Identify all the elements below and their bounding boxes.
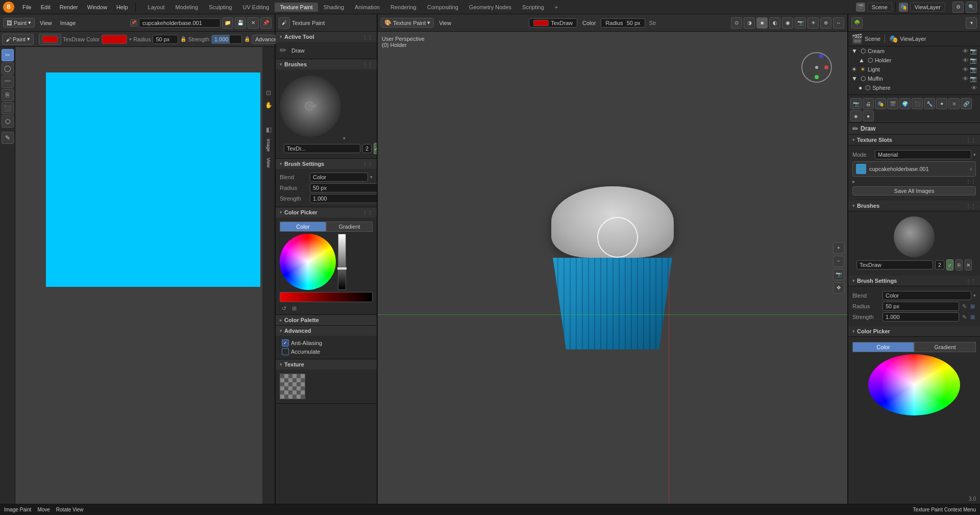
rp-brush-copy-icon[interactable]: ⎘ <box>955 259 963 271</box>
menu-window[interactable]: Window <box>83 3 111 11</box>
brush-check-icon[interactable]: ✓ <box>374 143 378 154</box>
material-props-icon[interactable]: ● <box>863 110 874 121</box>
viewport-color-label[interactable]: Color <box>579 19 599 27</box>
rp-color-tab-color[interactable]: Color <box>852 342 914 352</box>
accumulate-check[interactable] <box>282 348 289 355</box>
filename-field[interactable] <box>139 18 220 28</box>
cream-render-icon[interactable]: 📷 <box>970 48 977 55</box>
radius-input[interactable] <box>153 35 178 44</box>
scroll-arrow[interactable]: ▾ <box>343 136 373 141</box>
viewport-radius-field[interactable]: Radius 50 px <box>601 18 645 28</box>
sphere-eye-icon[interactable]: 👁 <box>971 85 977 91</box>
filter-icon[interactable]: ▾ <box>966 17 977 29</box>
render-props-icon[interactable]: 📷 <box>850 98 862 109</box>
grab-btn[interactable]: ✥ <box>833 282 844 293</box>
radius-field-input[interactable] <box>310 183 378 192</box>
data-props-icon[interactable]: ◈ <box>850 110 862 121</box>
tab-compositing[interactable]: Compositing <box>422 3 463 12</box>
viewport-view-menu[interactable]: View <box>436 19 454 27</box>
viewport-canvas[interactable]: User Perspective (0) Holder <box>378 32 847 504</box>
light-eye-icon[interactable]: 👁 <box>963 66 968 73</box>
color-picker-header[interactable]: ▾ Color Picker ⋮⋮ <box>276 207 377 217</box>
tab-rendering[interactable]: Rendering <box>385 3 422 12</box>
texture-slot-item[interactable]: cupcakeholderbase.001 + <box>852 161 976 177</box>
viewport-render-icon[interactable]: ◑ <box>744 17 755 29</box>
rp-color-wheel[interactable] <box>868 354 960 415</box>
output-props-icon[interactable]: 🖨 <box>863 98 874 109</box>
tab-add[interactable]: + <box>550 3 563 12</box>
camera-view-btn[interactable]: 📷 <box>833 269 844 280</box>
viewport-solid-icon[interactable]: ■ <box>756 17 768 29</box>
brightness-handle[interactable] <box>337 267 347 269</box>
view-layer-name[interactable]: ViewLayer <box>910 3 945 12</box>
rp-radius-input[interactable] <box>883 302 959 311</box>
rp-blend-dropdown[interactable]: Color <box>883 291 971 300</box>
scene-name[interactable]: Scene <box>867 3 892 12</box>
hex-icon[interactable]: ⊞ <box>290 304 298 312</box>
tex-expand-arrow[interactable]: ▸ <box>852 179 855 184</box>
light-render-icon[interactable]: 📷 <box>970 66 977 73</box>
brightness-bar[interactable] <box>338 234 346 290</box>
view-layer-props-icon[interactable]: 🎭 <box>875 98 886 109</box>
tool-soften[interactable]: ◯ <box>2 62 14 75</box>
menu-file[interactable]: File <box>18 3 36 11</box>
object-props-icon[interactable]: ⬛ <box>912 98 923 109</box>
mode-dropdown-btn[interactable]: 🖌 Paint ▾ <box>2 34 34 45</box>
blend-dropdown[interactable]: Color <box>310 173 368 182</box>
tool-mask[interactable]: ⬡ <box>2 115 14 128</box>
advanced-header[interactable]: ▾ Advanced <box>276 326 377 336</box>
image-tab-icon[interactable]: Image <box>265 137 272 154</box>
viewport-camera-icon[interactable]: 📷 <box>795 17 806 29</box>
anti-aliasing-check[interactable] <box>282 339 289 347</box>
pin-icon[interactable]: 📌 <box>130 19 137 27</box>
scene-icon[interactable]: 🎬 <box>856 3 865 12</box>
tab-scripting[interactable]: Scripting <box>517 3 549 12</box>
constraint-props-icon[interactable]: 🔗 <box>961 98 972 109</box>
save-icon[interactable]: 💾 <box>235 17 246 29</box>
tab-uv-editing[interactable]: UV Editing <box>237 3 274 12</box>
rp-radius-lock-btn[interactable]: ⊞ <box>970 302 976 310</box>
rp-strength-input[interactable] <box>883 312 959 322</box>
tab-geometry-nodes[interactable]: Geometry Nodes <box>464 3 517 12</box>
nav-gizmo[interactable] <box>801 52 832 83</box>
cream-eye-icon[interactable]: 👁 <box>963 48 968 55</box>
canvas-area[interactable] <box>15 47 262 504</box>
view-menu-left[interactable]: View <box>37 19 55 27</box>
scene-obj-cream[interactable]: ▼ ⬡ Cream 👁 📷 <box>848 46 980 56</box>
color-tab-gradient[interactable]: Gradient <box>326 222 373 232</box>
active-tool-header[interactable]: ▾ Active Tool ⋮⋮ <box>276 32 377 42</box>
tool-smear[interactable]: 〰 <box>2 76 14 88</box>
tab-shading[interactable]: Shading <box>318 3 349 12</box>
color-preview-bar[interactable] <box>280 292 373 302</box>
tab-texture-paint[interactable]: Texture Paint <box>275 3 317 12</box>
brush-preview-mid[interactable]: ⟳ <box>280 76 341 137</box>
strength-field-input[interactable] <box>310 194 378 203</box>
view-tab-icon[interactable]: View <box>265 156 272 169</box>
editor-type-button[interactable]: 🖼 Paint ▾ <box>3 18 35 28</box>
scene-props-icon[interactable]: 🎬 <box>887 98 898 109</box>
rp-brush-preview[interactable] <box>894 216 935 257</box>
scene-obj-light[interactable]: ☀ ☀ Light 👁 📷 <box>848 65 980 74</box>
rp-strength-edit-icon[interactable]: ✎ <box>961 313 968 321</box>
mode-field-dropdown[interactable]: Material <box>875 150 971 159</box>
zoom-out-btn[interactable]: − <box>833 256 844 267</box>
file-icon[interactable]: 📁 <box>222 17 233 29</box>
rp-brush-settings-header[interactable]: ▾ Brush Settings ⋮⋮ <box>848 276 980 286</box>
blender-logo[interactable]: B <box>3 2 14 13</box>
header-type-icon[interactable]: 🖌 <box>279 17 290 29</box>
menu-render[interactable]: Render <box>56 3 82 11</box>
scene-obj-holder[interactable]: ▲ ⬡ Holder 👁 📷 <box>848 56 980 65</box>
brushes-header[interactable]: ▾ Brushes ⋮⋮ <box>276 59 377 69</box>
physics-props-icon[interactable]: ⚛ <box>948 98 960 109</box>
brush-settings-header[interactable]: ▾ Brush Settings ⋮⋮ <box>276 159 377 169</box>
tool-clone[interactable]: ⎘ <box>2 89 14 101</box>
scene-obj-muffin[interactable]: ▼ ⬡ Muffin 👁 📷 <box>848 74 980 83</box>
tab-layout[interactable]: Layout <box>143 3 170 12</box>
texture-mini-preview[interactable] <box>280 374 305 399</box>
rp-strength-lock-btn[interactable]: ⊞ <box>970 313 976 321</box>
close-icon-left[interactable]: ✕ <box>248 17 259 29</box>
muffin-render-icon[interactable]: 📷 <box>970 76 977 82</box>
rp-color-picker-header[interactable]: ▾ Color Picker <box>848 326 980 337</box>
viewport-overlay-icon[interactable]: ⊙ <box>731 17 742 29</box>
tab-sculpting[interactable]: Sculpting <box>204 3 237 12</box>
